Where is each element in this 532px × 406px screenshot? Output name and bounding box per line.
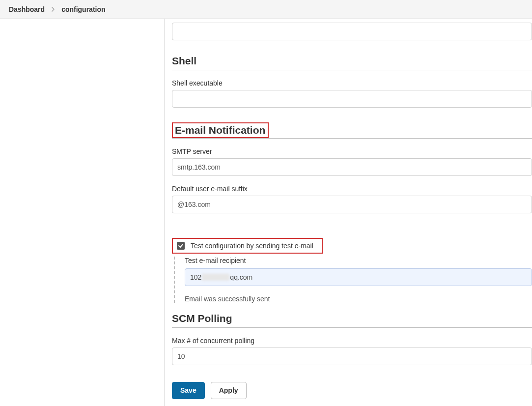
input-test-recipient[interactable]: 102qq.com: [185, 268, 532, 286]
label-email-suffix: Default user e-mail suffix: [172, 185, 532, 193]
top-input-field[interactable]: [172, 23, 532, 40]
input-shell-executable[interactable]: [172, 90, 532, 108]
breadcrumb-item-configuration[interactable]: configuration: [61, 5, 105, 13]
highlight-test-checkbox: Test configuration by sending test e-mai…: [172, 238, 323, 254]
label-smtp-server: SMTP server: [172, 147, 532, 155]
test-email-nested-block: Test e-mail recipient 102qq.com Email wa…: [174, 257, 532, 303]
input-email-suffix[interactable]: [172, 196, 532, 213]
label-scm-max: Max # of concurrent polling: [172, 337, 532, 345]
breadcrumb: Dashboard configuration: [0, 0, 532, 19]
label-shell-executable: Shell executable: [172, 79, 532, 87]
recipient-value-pre: 102: [190, 273, 201, 281]
recipient-value-suf: qq.com: [230, 273, 252, 281]
breadcrumb-item-dashboard[interactable]: Dashboard: [9, 5, 45, 13]
save-button[interactable]: Save: [172, 382, 205, 399]
label-test-recipient: Test e-mail recipient: [185, 257, 532, 264]
chevron-right-icon: [52, 7, 55, 12]
label-test-config: Test configuration by sending test e-mai…: [191, 242, 313, 250]
input-scm-max[interactable]: [172, 348, 532, 365]
apply-button[interactable]: Apply: [211, 382, 247, 399]
recipient-value-redacted: [202, 274, 229, 281]
section-heading-email: E-mail Notification: [175, 124, 265, 136]
main-content: Shell Shell executable E-mail Notificati…: [165, 19, 532, 406]
button-row: Save Apply: [172, 382, 532, 399]
section-heading-scm: SCM Polling: [172, 313, 532, 324]
checkbox-test-config[interactable]: [177, 242, 185, 250]
input-smtp-server[interactable]: [172, 158, 532, 176]
highlight-email-heading: E-mail Notification: [172, 122, 269, 138]
section-heading-shell: Shell: [172, 55, 532, 67]
sidebar: [0, 19, 165, 406]
text-email-sent-success: Email was successfully sent: [185, 295, 532, 303]
